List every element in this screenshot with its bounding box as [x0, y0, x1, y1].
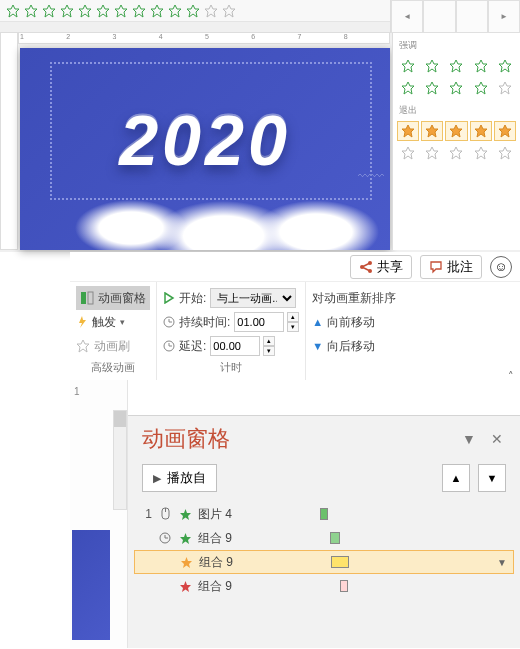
svg-marker-19	[426, 82, 438, 94]
move-up-button[interactable]: ▲	[442, 464, 470, 492]
spin-up[interactable]: ▴	[287, 312, 299, 322]
gallery-prev[interactable]: ◄	[391, 0, 423, 33]
svg-marker-13	[402, 60, 414, 72]
svg-marker-4	[79, 5, 91, 17]
animation-item[interactable]: 组合 9▼	[134, 550, 514, 574]
svg-marker-25	[450, 125, 462, 137]
spin-down[interactable]: ▾	[287, 322, 299, 332]
effect-thumb[interactable]	[470, 121, 492, 141]
svg-marker-23	[402, 125, 414, 137]
effects-section-label: 退出	[399, 104, 516, 117]
move-earlier-button[interactable]: ▲ 向前移动	[312, 310, 514, 334]
svg-marker-47	[180, 581, 191, 592]
svg-marker-21	[475, 82, 487, 94]
spin-up[interactable]: ▴	[263, 336, 275, 346]
group-label: 计时	[163, 358, 299, 379]
svg-marker-9	[169, 5, 181, 17]
effect-thumb[interactable]	[470, 56, 492, 76]
effect-thumb[interactable]	[397, 143, 419, 163]
effect-thumb[interactable]	[397, 56, 419, 76]
trigger-button[interactable]: 触发 ▾	[76, 310, 150, 334]
animation-item[interactable]: 组合 9	[134, 574, 514, 598]
page-number: 1	[70, 380, 127, 403]
effect-icon[interactable]	[204, 4, 218, 18]
animation-pane-button[interactable]: 动画窗格	[76, 286, 150, 310]
svg-marker-30	[450, 147, 462, 159]
ruler-vertical	[0, 32, 18, 250]
feedback-icon[interactable]: ☺	[490, 256, 512, 278]
clock-icon	[163, 340, 175, 352]
effect-thumb[interactable]	[494, 78, 516, 98]
effect-icon[interactable]	[60, 4, 74, 18]
spin-down[interactable]: ▾	[263, 346, 275, 356]
ribbon-group-advanced: 动画窗格 触发 ▾ 动画刷 高级动画	[70, 282, 157, 383]
duration-input[interactable]	[234, 312, 284, 332]
effect-thumb[interactable]	[445, 78, 467, 98]
effect-thumb[interactable]	[445, 143, 467, 163]
effect-thumb[interactable]	[445, 56, 467, 76]
animation-painter-button[interactable]: 动画刷	[76, 334, 150, 358]
timing-bar[interactable]	[320, 508, 328, 520]
scrollbar-thumb[interactable]	[114, 411, 126, 427]
effect-thumb[interactable]	[421, 121, 443, 141]
comment-label: 批注	[447, 258, 473, 276]
effect-icon[interactable]	[168, 4, 182, 18]
reorder-label: 对动画重新排序	[312, 290, 396, 307]
item-menu-icon[interactable]: ▼	[497, 557, 507, 568]
duration-label: 持续时间:	[179, 314, 230, 331]
effect-icon[interactable]	[186, 4, 200, 18]
pane-menu-icon[interactable]: ▼	[460, 430, 478, 448]
effect-thumb[interactable]	[470, 78, 492, 98]
effect-icon[interactable]	[114, 4, 128, 18]
scrollbar[interactable]	[113, 410, 127, 510]
svg-marker-1	[25, 5, 37, 17]
effect-icon[interactable]	[78, 4, 92, 18]
svg-marker-14	[426, 60, 438, 72]
gallery-tab[interactable]	[456, 0, 488, 33]
effect-icon[interactable]	[222, 4, 236, 18]
slide-thumbnail[interactable]	[72, 530, 110, 640]
animation-item[interactable]: 组合 9	[134, 526, 514, 550]
svg-marker-46	[181, 557, 192, 568]
animation-gallery-strip	[0, 0, 390, 22]
move-later-button[interactable]: ▼ 向后移动	[312, 334, 514, 358]
effect-thumb[interactable]	[470, 143, 492, 163]
move-down-button[interactable]: ▼	[478, 464, 506, 492]
slide-cloud-image	[20, 180, 390, 250]
gallery-tab[interactable]	[423, 0, 455, 33]
close-icon[interactable]: ✕	[488, 430, 506, 448]
effect-icon[interactable]	[150, 4, 164, 18]
ribbon-group-reorder: 对动画重新排序 ▲ 向前移动 ▼ 向后移动	[306, 282, 520, 383]
start-select[interactable]: 与上一动画...	[210, 288, 296, 308]
animation-item[interactable]: 1图片 4	[134, 502, 514, 526]
svg-marker-38	[77, 340, 89, 352]
effect-thumb[interactable]	[421, 143, 443, 163]
timing-bar[interactable]	[340, 580, 348, 592]
effect-thumb[interactable]	[421, 78, 443, 98]
svg-marker-26	[475, 125, 487, 137]
effect-star-icon	[178, 580, 192, 593]
slide-canvas[interactable]: 2020 〰〰	[20, 48, 390, 250]
effect-thumb[interactable]	[397, 78, 419, 98]
share-button[interactable]: 共享	[350, 255, 412, 279]
effect-icon[interactable]	[42, 4, 56, 18]
effect-thumb[interactable]	[494, 121, 516, 141]
effect-thumb[interactable]	[494, 56, 516, 76]
effect-icon[interactable]	[6, 4, 20, 18]
effect-icon[interactable]	[132, 4, 146, 18]
effect-thumb[interactable]	[421, 56, 443, 76]
effect-thumb[interactable]	[494, 143, 516, 163]
gallery-next[interactable]: ►	[488, 0, 520, 33]
timing-bar[interactable]	[331, 556, 349, 568]
start-label: 开始:	[179, 290, 206, 307]
svg-marker-27	[499, 125, 511, 137]
comment-button[interactable]: 批注	[420, 255, 482, 279]
play-from-button[interactable]: ▶ 播放自	[142, 464, 217, 492]
effects-section-label: 强调	[399, 39, 516, 52]
effect-thumb[interactable]	[397, 121, 419, 141]
effect-thumb[interactable]	[445, 121, 467, 141]
timing-bar[interactable]	[330, 532, 340, 544]
delay-input[interactable]	[210, 336, 260, 356]
effect-icon[interactable]	[96, 4, 110, 18]
effect-icon[interactable]	[24, 4, 38, 18]
